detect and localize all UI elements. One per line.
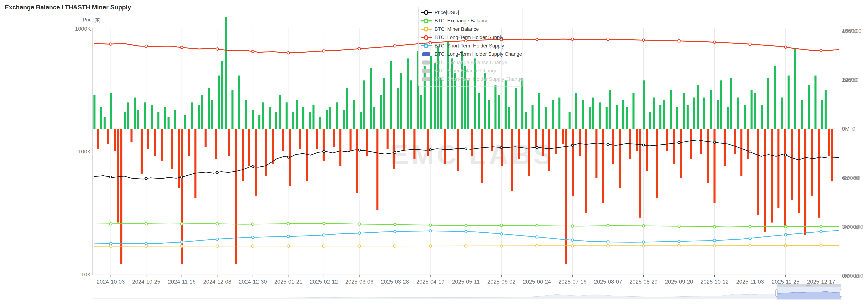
- right-axis-tick: 6M-20000-50: [842, 175, 868, 182]
- bar-series-icon: [421, 77, 432, 82]
- legend-label: BTC: Short-Term Holder Supply Change: [435, 77, 523, 82]
- right-axis-tick: 12M2000050: [842, 77, 868, 84]
- right-axis-tick: 3M-40000-100: [842, 224, 868, 231]
- legend-item-3[interactable]: BTC: Long-Term Holder Supply: [421, 34, 503, 41]
- x-axis-tick: 2025-01-21: [268, 279, 308, 285]
- x-axis-tick: 2025-04-19: [410, 279, 451, 285]
- legend-item-8[interactable]: BTC: Short-Term Holder Supply Change: [421, 75, 523, 83]
- x-axis-tick: 2025-11-25: [765, 279, 806, 285]
- x-axis-tick: 2024-12-30: [232, 279, 273, 285]
- legend-label: BTC: Exchange Balance: [435, 18, 489, 24]
- series-2: [94, 245, 839, 247]
- x-axis-tick: 2025-02-12: [304, 279, 344, 285]
- x-axis-tick: 2025-03-28: [375, 279, 415, 285]
- right-axis-label: -100: [852, 224, 863, 230]
- series-1: [94, 222, 839, 228]
- right-axis-label: 0: [842, 126, 845, 132]
- bar-series-icon: [421, 60, 432, 65]
- datazoom-left-handle-icon[interactable]: [775, 289, 778, 297]
- right-axis-tick: 9M00: [842, 126, 868, 133]
- line-series-icon: [421, 35, 432, 40]
- x-axis-tick: 2025-03-06: [339, 279, 379, 285]
- legend-label: BTC: Exchange Balance Change: [435, 60, 507, 65]
- left-axis-tick: 10K: [63, 271, 91, 278]
- datazoom-right-handle-icon[interactable]: [840, 289, 842, 297]
- legend-item-5[interactable]: BTC: Long-Term Holder Supply Change: [421, 51, 522, 58]
- legend-label: BTC: Long-Term Holder Supply: [435, 35, 503, 40]
- datazoom-mini-chart: [93, 287, 841, 299]
- x-axis-tick: 2025-05-11: [446, 279, 486, 285]
- right-axis-label: -50: [852, 175, 860, 181]
- right-axis-label: 100: [852, 28, 861, 34]
- grip-icon: [806, 285, 811, 286]
- datazoom-selected-window[interactable]: [777, 287, 841, 300]
- datazoom-move-handle[interactable]: [777, 284, 841, 287]
- x-axis: [92, 275, 840, 277]
- legend-item-2[interactable]: BTC: Miner Balance: [421, 26, 479, 33]
- legend-label: Price[USD]: [435, 10, 459, 16]
- right-axis-tick: 15M40000100: [842, 28, 868, 35]
- line-series-icon: [421, 10, 432, 15]
- legend-item-1[interactable]: BTC: Exchange Balance: [421, 17, 489, 25]
- legend-label: BTC: Short-Term Holder Supply: [435, 43, 504, 49]
- line-series-icon: [421, 27, 432, 32]
- datazoom-slider-track[interactable]: [93, 287, 841, 299]
- x-axis-tick: 2024-11-16: [162, 279, 202, 285]
- bar-series-icon: [421, 68, 432, 73]
- x-axis-tick: 2025-08-29: [623, 279, 664, 285]
- left-axis-tick: 1000K: [63, 26, 91, 32]
- line-series-icon: [421, 18, 432, 24]
- right-axis-label: -150: [852, 273, 863, 279]
- x-axis-tick: 2025-12-17: [801, 279, 841, 285]
- right-axis-tick: 0M-60000-150: [842, 273, 868, 280]
- bar-series-icon: [421, 52, 432, 57]
- x-axis-tick: 2024-10-25: [126, 279, 166, 285]
- x-axis-tick: 2025-06-24: [517, 279, 557, 285]
- legend: Price[USD]BTC: Exchange BalanceBTC: Mine…: [418, 7, 523, 87]
- legend-item-7[interactable]: BTC: Miner Balance Change: [421, 67, 498, 74]
- legend-item-0[interactable]: Price[USD]: [421, 9, 459, 16]
- line-series-icon: [421, 43, 432, 49]
- x-axis-tick: 2025-08-07: [588, 279, 628, 285]
- right-axis-label: 50: [852, 77, 858, 83]
- series-4: [94, 230, 839, 245]
- right-axis-label: 0: [852, 126, 855, 132]
- left-axis-tick: 100K: [63, 149, 91, 155]
- x-axis-tick: 2024-12-08: [197, 279, 237, 285]
- x-axis-tick: 2025-10-12: [694, 279, 735, 285]
- legend-label: BTC: Miner Balance Change: [435, 68, 498, 74]
- x-axis-tick: 2025-06-02: [481, 279, 522, 285]
- legend-label: BTC: Miner Balance: [435, 26, 479, 32]
- x-axis-tick: 2025-07-16: [552, 279, 592, 285]
- x-axis-tick: 2024-10-03: [91, 279, 131, 285]
- legend-item-6[interactable]: BTC: Exchange Balance Change: [421, 59, 507, 66]
- x-axis-tick: 2025-11-03: [730, 279, 770, 285]
- legend-item-4[interactable]: BTC: Short-Term Holder Supply: [421, 42, 504, 50]
- x-axis-tick: 2025-09-20: [659, 279, 699, 285]
- legend-label: BTC: Long-Term Holder Supply Change: [435, 51, 522, 57]
- chart-page: EMC LABS Exchange Balance LTH&STH Miner …: [0, 0, 868, 305]
